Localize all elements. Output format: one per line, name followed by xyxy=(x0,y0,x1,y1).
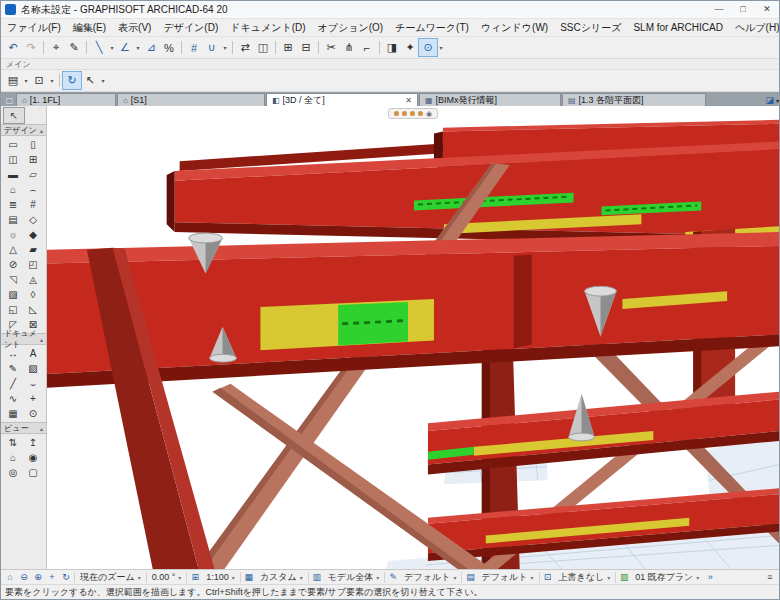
rotation-angle-field[interactable]: 0.00 ° xyxy=(148,572,186,582)
menu-item[interactable]: 編集(E) xyxy=(67,21,112,35)
pen-set-combo[interactable]: デフォルト xyxy=(400,571,460,584)
zoom-out-icon[interactable]: ⊖ xyxy=(17,572,31,582)
menu-item[interactable]: ドキュメント(D) xyxy=(224,21,311,35)
zoom-in-icon[interactable]: ⊕ xyxy=(31,572,45,582)
tool-niche[interactable]: ◱ xyxy=(3,302,23,317)
pencil-icon[interactable]: ✎ xyxy=(65,39,83,56)
angle-caret[interactable]: ▾ xyxy=(134,44,142,51)
toolbar-item[interactable] xyxy=(318,41,319,54)
tool-camera[interactable]: ◉ xyxy=(23,450,43,465)
tool-text[interactable]: A xyxy=(23,346,43,361)
select-arrow-button[interactable]: ↖ xyxy=(81,72,99,89)
select-plus-icon[interactable]: ⌖ xyxy=(47,39,65,56)
transform-icon[interactable]: ⇄ xyxy=(236,39,254,56)
compare-icon[interactable]: ◨ xyxy=(383,39,401,56)
palette-dot[interactable] xyxy=(394,111,399,116)
maximize-button[interactable]: □ xyxy=(731,1,755,18)
toolbox-section-view[interactable]: ビュー ▴ xyxy=(1,422,46,434)
ungroup-icon[interactable]: ⊟ xyxy=(297,39,315,56)
tool-interior-elevation[interactable]: ⌂ xyxy=(3,450,23,465)
tool-column[interactable]: ▯ xyxy=(23,137,43,152)
orbit-button[interactable]: ↻ xyxy=(63,72,81,89)
zoom-fit-icon[interactable]: ⌂ xyxy=(3,572,17,582)
overflow-icon[interactable]: » xyxy=(703,572,717,582)
3d-viewport[interactable]: ◉ xyxy=(47,106,779,569)
eye-icon[interactable]: ◉ xyxy=(426,110,432,117)
trim-icon[interactable]: ✂ xyxy=(322,39,340,56)
renovation-icon[interactable]: ▥ xyxy=(617,572,631,582)
palette-dot[interactable] xyxy=(402,111,407,116)
renovation-combo[interactable]: 01 既存プラン xyxy=(631,571,703,584)
percent-tool-icon[interactable]: % xyxy=(160,39,178,56)
tool-ramp[interactable]: ◺ xyxy=(23,302,43,317)
tool-mesh[interactable]: △ xyxy=(3,242,23,257)
palette-dot[interactable] xyxy=(410,111,415,116)
pan-icon[interactable]: + xyxy=(45,572,59,582)
scale-combo[interactable]: 1:100 xyxy=(202,572,239,582)
split-icon[interactable]: ⋔ xyxy=(340,39,358,56)
tool-skylight[interactable]: ◹ xyxy=(3,272,23,287)
tool-curtain-wall[interactable]: ▤ xyxy=(3,212,23,227)
tool-shell[interactable]: ⌢ xyxy=(23,182,43,197)
menu-item[interactable]: チームワーク(T) xyxy=(389,21,475,35)
tool-roof[interactable]: ⌂ xyxy=(3,182,23,197)
menu-item[interactable]: SLM for ARCHICAD xyxy=(627,22,728,33)
undo-icon[interactable]: ↶ xyxy=(4,39,22,56)
layer-combo[interactable]: デフォルト xyxy=(477,571,537,584)
custom-combo[interactable]: カスタム xyxy=(256,571,307,584)
pen-icon[interactable]: ✎ xyxy=(386,572,400,582)
menu-item[interactable]: オプション(O) xyxy=(312,21,390,35)
view-tab[interactable]: ⌂ [1. 1FL] xyxy=(16,93,116,106)
tool-door[interactable]: ◫ xyxy=(3,152,23,167)
toolbox-section-document[interactable]: ドキュメント ▴ xyxy=(1,333,46,345)
pages-icon[interactable]: ⊞ xyxy=(188,572,202,582)
tool-wall[interactable]: ▭ xyxy=(3,137,23,152)
favorites-caret[interactable]: ▾ xyxy=(22,77,30,84)
view-tab[interactable]: ▦ [BIMx発行情報] xyxy=(419,93,561,106)
statusbar-item[interactable] xyxy=(615,572,616,583)
tool-panel[interactable]: ▨ xyxy=(3,287,23,302)
tool-hotspot[interactable]: + xyxy=(23,391,43,406)
tool-elevation[interactable]: ↥ xyxy=(23,435,43,450)
tool-spline[interactable]: ∿ xyxy=(3,391,23,406)
toolbox-section-design[interactable]: デザイン ▴ xyxy=(1,124,46,136)
tool-fill[interactable]: ▧ xyxy=(23,361,43,376)
toolbar-item[interactable] xyxy=(232,41,233,54)
tool-line[interactable]: ╱ xyxy=(3,376,23,391)
quick-view-icon[interactable]: ◪ xyxy=(763,95,776,105)
offset-tool-icon[interactable]: ⊿ xyxy=(142,39,160,56)
tab-list-icon[interactable]: ▢ xyxy=(3,96,16,105)
grid-snap-icon[interactable]: # xyxy=(185,39,203,56)
view-tab[interactable]: ▤ [1.3 各階平面図] xyxy=(562,93,706,106)
view-tab[interactable]: ⌂ [S1] xyxy=(117,93,265,106)
layer-icon[interactable]: ▤ xyxy=(463,572,477,582)
palette-dot[interactable] xyxy=(418,111,423,116)
floating-view-palette[interactable]: ◉ xyxy=(388,108,438,119)
line-tool-icon[interactable]: ╲ xyxy=(90,39,108,56)
toolbar-item[interactable] xyxy=(86,41,87,54)
tool-truss[interactable]: ◬ xyxy=(23,272,43,287)
default-settings-button[interactable]: ⊡ xyxy=(30,72,48,89)
toolbar-item[interactable] xyxy=(181,41,182,54)
model-scope-combo[interactable]: モデル全体 xyxy=(324,571,384,584)
magnet-icon[interactable]: ∪ xyxy=(203,39,221,56)
override-icon[interactable]: ⊡ xyxy=(541,572,555,582)
tool-dimension[interactable]: ↔ xyxy=(3,346,23,361)
menu-item[interactable]: ファイル(F) xyxy=(1,21,67,35)
tool-opening[interactable]: ⊘ xyxy=(3,257,23,272)
mirror-icon[interactable]: ◫ xyxy=(254,39,272,56)
favorites-button[interactable]: ▤ xyxy=(4,72,22,89)
settings-caret[interactable]: ▾ xyxy=(48,77,56,84)
angle-tool-icon[interactable]: ∠ xyxy=(116,39,134,56)
statusbar-item[interactable] xyxy=(384,572,385,583)
line-caret[interactable]: ▾ xyxy=(108,44,116,51)
magnet-caret[interactable]: ▾ xyxy=(221,44,229,51)
tool-arc[interactable]: ⌣ xyxy=(23,376,43,391)
tool-worksheet[interactable]: ▢ xyxy=(23,465,43,480)
override-combo[interactable]: 上書きなし xyxy=(555,571,615,584)
statusbar-item[interactable] xyxy=(74,572,75,583)
view-options-caret[interactable]: ▾ xyxy=(437,44,445,51)
tool-stair[interactable]: ≣ xyxy=(3,197,23,212)
tool-label[interactable]: ✎ xyxy=(3,361,23,376)
toolbar-item[interactable] xyxy=(275,41,276,54)
